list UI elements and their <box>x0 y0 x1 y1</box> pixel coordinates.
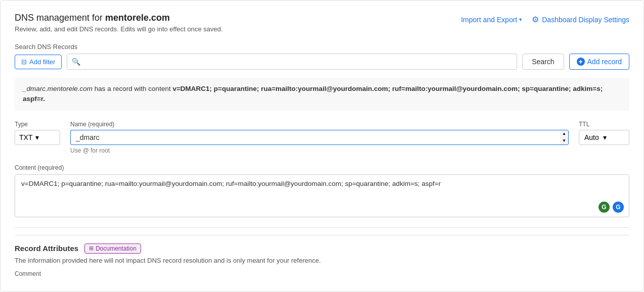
record-attributes-header: Record Attributes ⊞ Documentation <box>15 244 629 254</box>
import-export-label: Import and Export <box>461 16 517 24</box>
name-input[interactable] <box>70 130 560 145</box>
add-record-button[interactable]: + Add record <box>569 54 629 70</box>
search-input[interactable] <box>67 54 517 70</box>
gear-icon: ⚙ <box>532 15 539 24</box>
spinner-down-button[interactable]: ▼ <box>560 137 568 144</box>
header-top: DNS management for mentorele.com Review,… <box>15 13 629 33</box>
dmarc-has-record-text: has a record with content <box>93 85 172 92</box>
dmarc-domain: _dmarc.mentorele.com <box>23 85 93 92</box>
dashboard-settings-label: Dashboard Display Settings <box>542 16 629 24</box>
ttl-chevron-icon: ▾ <box>603 133 607 141</box>
name-hint: Use @ for root <box>70 147 569 154</box>
comment-label: Comment <box>15 270 41 277</box>
type-field-group: Type TXT ▾ <box>15 121 60 145</box>
type-value: TXT <box>19 133 32 141</box>
search-button[interactable]: Search <box>522 54 564 70</box>
dmarc-notice: _dmarc.mentorele.com has a record with c… <box>15 78 629 111</box>
name-field-wrapper: Name (required) ▲ ▼ Use @ for root <box>70 121 569 154</box>
textarea-icons: G G <box>599 202 624 213</box>
type-chevron-icon: ▾ <box>35 133 39 141</box>
add-filter-label: Add filter <box>29 58 55 66</box>
search-icon: 🔍 <box>72 58 80 66</box>
name-input-row: ▲ ▼ <box>70 130 569 145</box>
chevron-down-icon: ▾ <box>519 17 522 22</box>
page-container: DNS management for mentorele.com Review,… <box>0 0 644 292</box>
content-label: Content (required) <box>15 164 629 171</box>
ttl-field-wrapper: TTL Auto ▾ <box>579 121 629 145</box>
content-textarea[interactable]: v=DMARC1; p=quarantine; rua=mailto:yourm… <box>15 175 629 215</box>
form-section: Type TXT ▾ Name (required) ▲ ▼ Use @ for… <box>15 121 629 154</box>
title-section: DNS management for mentorele.com Review,… <box>15 13 223 33</box>
plus-circle-icon: + <box>577 58 585 66</box>
documentation-button[interactable]: ⊞ Documentation <box>84 244 141 254</box>
type-label: Type <box>15 121 60 128</box>
record-attributes-title: Record Attributes <box>15 244 78 253</box>
ttl-value: Auto <box>584 133 599 141</box>
page-title: DNS management for mentorele.com <box>15 13 223 23</box>
search-input-wrapper: 🔍 <box>67 54 517 70</box>
add-filter-button[interactable]: ⊟ Add filter <box>15 55 62 69</box>
spinner-up-button[interactable]: ▲ <box>560 130 568 137</box>
search-row: ⊟ Add filter 🔍 Search + Add record <box>15 54 629 70</box>
dashboard-settings-button[interactable]: ⚙ Dashboard Display Settings <box>532 15 629 24</box>
grammarly-green-icon[interactable]: G <box>599 202 610 213</box>
name-label: Name (required) <box>70 121 569 128</box>
record-attributes-section: Record Attributes ⊞ Documentation The in… <box>15 235 629 277</box>
page-subtitle: Review, add, and edit DNS records. Edits… <box>15 25 223 33</box>
name-input-spinners: ▲ ▼ <box>560 130 569 145</box>
import-export-button[interactable]: Import and Export ▾ <box>461 16 522 24</box>
add-record-label: Add record <box>587 58 622 66</box>
header-actions: Import and Export ▾ ⚙ Dashboard Display … <box>461 15 629 24</box>
search-label: Search DNS Records <box>15 43 629 51</box>
content-section: Content (required) v=DMARC1; p=quarantin… <box>15 164 629 217</box>
grammarly-blue-icon[interactable]: G <box>613 202 624 213</box>
record-attributes-description: The information provided here will not i… <box>15 257 629 264</box>
type-dropdown[interactable]: TXT ▾ <box>15 130 60 145</box>
filter-icon: ⊟ <box>21 58 27 66</box>
divider <box>15 227 629 228</box>
ttl-dropdown[interactable]: Auto ▾ <box>579 130 629 145</box>
doc-icon: ⊞ <box>89 245 94 252</box>
documentation-label: Documentation <box>96 245 136 252</box>
content-textarea-wrapper: v=DMARC1; p=quarantine; rua=mailto:yourm… <box>15 174 629 217</box>
ttl-label: TTL <box>579 121 629 128</box>
search-section: Search DNS Records ⊟ Add filter 🔍 Search… <box>15 43 629 70</box>
